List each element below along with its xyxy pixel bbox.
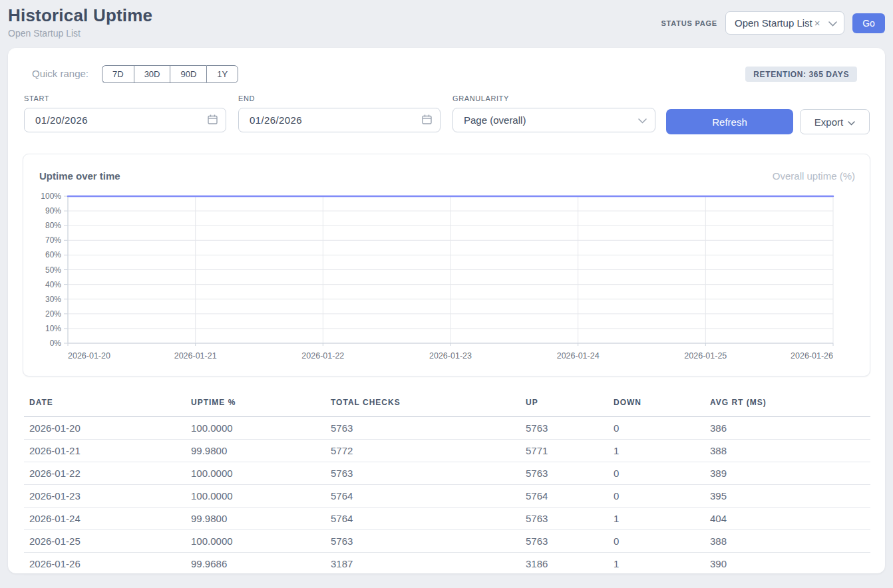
- table-cell: 1: [608, 508, 705, 530]
- table-cell: 388: [705, 530, 870, 553]
- svg-text:2026-01-25: 2026-01-25: [684, 351, 727, 361]
- column-header-up: UP: [520, 392, 608, 417]
- granularity-value: Page (overall): [464, 114, 526, 126]
- svg-text:0%: 0%: [50, 339, 62, 348]
- page-header: Historical Uptime Open Startup List STAT…: [8, 5, 885, 43]
- table-cell: 390: [705, 553, 870, 575]
- table-cell: 2026-01-20: [24, 417, 186, 440]
- svg-text:2026-01-24: 2026-01-24: [557, 351, 600, 361]
- start-date-value: 01/20/2026: [35, 114, 88, 126]
- table-cell: 100.0000: [186, 530, 325, 553]
- table-cell: 5763: [325, 530, 520, 553]
- svg-text:50%: 50%: [45, 265, 61, 275]
- svg-text:10%: 10%: [45, 324, 61, 333]
- table-cell: 2026-01-25: [24, 530, 186, 553]
- start-date-input[interactable]: 01/20/2026: [24, 108, 226, 132]
- status-page-label: STATUS PAGE: [661, 19, 717, 27]
- table-cell: 99.9800: [186, 440, 325, 462]
- svg-text:40%: 40%: [45, 280, 61, 289]
- column-header-total-checks: TOTAL CHECKS: [325, 392, 520, 417]
- chevron-down-icon: [828, 17, 837, 29]
- svg-text:2026-01-26: 2026-01-26: [791, 351, 833, 361]
- table-cell: 0: [608, 462, 705, 485]
- table-cell: 3186: [520, 553, 608, 575]
- end-date-label: END: [238, 94, 441, 102]
- go-button[interactable]: Go: [852, 13, 885, 33]
- svg-text:2026-01-23: 2026-01-23: [429, 351, 472, 361]
- quick-range-90d[interactable]: 90D: [170, 65, 206, 83]
- svg-text:90%: 90%: [45, 206, 61, 216]
- table-cell: 388: [705, 440, 870, 462]
- table-cell: 2026-01-22: [24, 462, 186, 485]
- header-right: STATUS PAGE Open Startup List × Go: [661, 11, 885, 35]
- table-cell: 389: [705, 462, 870, 485]
- svg-text:2026-01-22: 2026-01-22: [301, 351, 344, 361]
- table-cell: 5772: [325, 440, 520, 462]
- table-cell: 5763: [325, 417, 520, 440]
- export-button[interactable]: Export: [800, 109, 870, 134]
- table-cell: 5764: [325, 508, 520, 530]
- column-header-avg-rt-ms-: AVG RT (MS): [705, 392, 870, 417]
- quick-range-label: Quick range:: [32, 68, 89, 79]
- svg-text:80%: 80%: [45, 221, 61, 230]
- table-cell: 2026-01-21: [24, 440, 186, 462]
- calendar-icon[interactable]: [422, 114, 432, 126]
- quick-range-7d[interactable]: 7D: [102, 65, 134, 83]
- granularity-label: GRANULARITY: [452, 94, 655, 102]
- main-panel: Quick range: 7D30D90D1Y RETENTION: 365 D…: [8, 48, 885, 573]
- table-cell: 2026-01-23: [24, 485, 186, 508]
- table-row: 2026-01-25100.0000576357630388: [24, 530, 870, 553]
- quick-range-30d[interactable]: 30D: [134, 65, 170, 83]
- export-button-label: Export: [814, 116, 843, 128]
- svg-text:2026-01-21: 2026-01-21: [174, 351, 217, 361]
- table-cell: 5764: [520, 485, 608, 508]
- end-date-group: END 01/26/2026: [238, 94, 441, 132]
- uptime-chart-card: Uptime over time Overall uptime (%) 0%10…: [23, 154, 870, 376]
- start-date-group: START 01/20/2026: [24, 94, 226, 132]
- table-row: 2026-01-20100.0000576357630386: [24, 417, 870, 440]
- table-cell: 395: [705, 485, 870, 508]
- uptime-table: DATEUPTIME %TOTAL CHECKSUPDOWNAVG RT (MS…: [24, 392, 870, 575]
- svg-text:70%: 70%: [45, 235, 61, 245]
- uptime-line-chart: 0%10%20%30%40%50%60%70%80%90%100%2026-01…: [23, 154, 870, 376]
- column-header-date: DATE: [24, 392, 186, 417]
- table-cell: 100.0000: [186, 462, 325, 485]
- chevron-down-icon: [848, 116, 855, 128]
- table-cell: 386: [705, 417, 870, 440]
- table-cell: 1: [608, 440, 705, 462]
- svg-text:60%: 60%: [45, 250, 61, 259]
- clear-selection-icon[interactable]: ×: [814, 17, 820, 29]
- granularity-select[interactable]: Page (overall): [452, 108, 655, 132]
- svg-text:30%: 30%: [45, 295, 61, 304]
- table-cell: 404: [705, 508, 870, 530]
- table-cell: 3187: [325, 553, 520, 575]
- table-cell: 5763: [520, 530, 608, 553]
- status-page-select-value: Open Startup List: [735, 17, 812, 29]
- table-cell: 1: [608, 553, 705, 575]
- column-header-down: DOWN: [608, 392, 705, 417]
- end-date-input[interactable]: 01/26/2026: [238, 108, 441, 132]
- calendar-icon[interactable]: [208, 114, 218, 126]
- svg-text:100%: 100%: [41, 192, 61, 201]
- table-header: DATEUPTIME %TOTAL CHECKSUPDOWNAVG RT (MS…: [24, 392, 870, 417]
- table-cell: 5763: [325, 462, 520, 485]
- table-cell: 100.0000: [186, 417, 325, 440]
- table-row: 2026-01-2499.9800576457631404: [24, 508, 870, 530]
- quick-range-row: Quick range: 7D30D90D1Y RETENTION: 365 D…: [24, 65, 869, 84]
- table-row: 2026-01-2699.9686318731861390: [24, 553, 870, 575]
- granularity-group: GRANULARITY Page (overall): [452, 94, 655, 132]
- table-cell: 2026-01-24: [24, 508, 186, 530]
- refresh-button[interactable]: Refresh: [666, 109, 793, 134]
- end-date-value: 01/26/2026: [250, 114, 302, 126]
- status-page-select[interactable]: Open Startup List ×: [725, 11, 844, 35]
- column-header-uptime-: UPTIME %: [186, 392, 325, 417]
- table-cell: 5763: [520, 462, 608, 485]
- table-row: 2026-01-23100.0000576457640395: [24, 485, 870, 508]
- table-cell: 5764: [325, 485, 520, 508]
- retention-badge: RETENTION: 365 DAYS: [745, 67, 857, 82]
- table-cell: 0: [608, 485, 705, 508]
- table-cell: 0: [608, 417, 705, 440]
- table-cell: 5771: [520, 440, 608, 462]
- quick-range-1y[interactable]: 1Y: [206, 65, 238, 83]
- table-cell: 2026-01-26: [24, 553, 186, 575]
